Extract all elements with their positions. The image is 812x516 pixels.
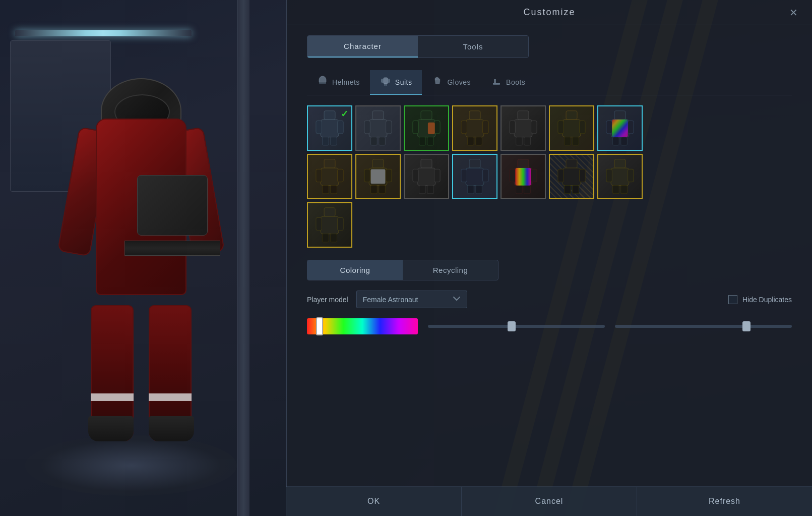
- svg-rect-2: [387, 79, 390, 83]
- tab-suits[interactable]: Suits: [370, 70, 422, 95]
- item-cell-11[interactable]: [452, 154, 497, 199]
- svg-rect-37: [566, 111, 577, 120]
- svg-rect-98: [323, 234, 329, 242]
- item-cell-10[interactable]: [404, 154, 449, 199]
- tab-tools[interactable]: Tools: [418, 36, 528, 58]
- character-figure: [66, 78, 217, 441]
- svg-rect-92: [613, 186, 619, 194]
- panel-header: Customize ✕: [287, 0, 812, 25]
- cancel-button[interactable]: Cancel: [462, 487, 637, 516]
- svg-rect-64: [417, 168, 435, 186]
- saturation-slider[interactable]: [428, 325, 605, 328]
- svg-rect-9: [338, 121, 344, 133]
- tab-helmets[interactable]: Helmets: [307, 70, 370, 95]
- brightness-slider-thumb[interactable]: [742, 321, 751, 331]
- hide-duplicates-label: Hide Duplicates: [742, 296, 792, 304]
- svg-rect-40: [580, 121, 586, 133]
- svg-rect-84: [558, 169, 564, 182]
- svg-rect-74: [476, 186, 482, 194]
- item-cell-7[interactable]: [597, 105, 643, 151]
- item-cell-2[interactable]: [355, 105, 401, 151]
- suit-body: [96, 119, 186, 295]
- svg-rect-32: [514, 120, 532, 137]
- saturation-slider-thumb[interactable]: [508, 321, 516, 331]
- panel-content: Character Tools Helmets: [287, 25, 812, 360]
- svg-rect-93: [621, 186, 628, 194]
- item-cell-6[interactable]: [549, 105, 594, 151]
- refresh-button[interactable]: Refresh: [637, 487, 812, 516]
- player-model-select[interactable]: Female Astronaut: [356, 291, 467, 308]
- svg-rect-35: [516, 137, 523, 145]
- brightness-slider[interactable]: [615, 325, 792, 328]
- item-cell-4[interactable]: [452, 105, 497, 151]
- hide-duplicates-row: Hide Duplicates: [728, 295, 792, 304]
- svg-rect-20: [413, 121, 419, 133]
- item-cell-1[interactable]: ✓: [307, 105, 352, 151]
- svg-rect-27: [461, 121, 467, 133]
- svg-rect-72: [483, 169, 489, 182]
- item-grid: ✓: [307, 105, 792, 248]
- svg-rect-8: [316, 121, 322, 133]
- svg-rect-58: [364, 169, 370, 182]
- tab-recycling[interactable]: Recycling: [403, 260, 498, 280]
- svg-rect-82: [566, 159, 577, 168]
- helmets-label: Helmets: [332, 78, 360, 86]
- svg-rect-41: [565, 137, 571, 145]
- svg-rect-7: [321, 120, 339, 137]
- tab-coloring[interactable]: Coloring: [307, 260, 403, 280]
- suit-stripe-right: [149, 393, 192, 401]
- svg-rect-28: [483, 121, 489, 133]
- svg-rect-17: [379, 137, 386, 145]
- item-cell-12[interactable]: [501, 154, 546, 199]
- tab-boots[interactable]: Boots: [481, 70, 535, 95]
- svg-rect-42: [573, 137, 579, 145]
- item-cell-5[interactable]: [501, 105, 546, 151]
- svg-rect-71: [461, 169, 467, 182]
- svg-rect-95: [321, 216, 339, 234]
- item-cell-14[interactable]: [597, 154, 643, 199]
- tab-character[interactable]: Character: [307, 36, 418, 58]
- svg-rect-12: [372, 111, 384, 120]
- svg-rect-96: [316, 217, 322, 230]
- svg-rect-60: [371, 186, 378, 194]
- suits-icon: [380, 75, 391, 89]
- svg-rect-18: [421, 111, 432, 120]
- svg-rect-29: [468, 137, 474, 145]
- svg-rect-46: [628, 121, 634, 133]
- svg-rect-65: [413, 169, 419, 182]
- svg-rect-53: [338, 169, 344, 182]
- svg-rect-4: [386, 84, 387, 86]
- svg-rect-91: [628, 169, 634, 182]
- suits-label: Suits: [395, 78, 412, 86]
- hue-slider-thumb[interactable]: [316, 317, 323, 335]
- svg-rect-99: [331, 234, 337, 242]
- svg-rect-15: [386, 121, 392, 133]
- tab-gloves[interactable]: Gloves: [422, 70, 481, 95]
- svg-rect-55: [331, 186, 337, 194]
- svg-rect-70: [466, 168, 484, 186]
- item-cell-13[interactable]: [549, 154, 594, 199]
- hue-slider[interactable]: [307, 318, 418, 334]
- close-button[interactable]: ✕: [785, 5, 802, 21]
- item-cell-9[interactable]: [355, 154, 401, 199]
- svg-rect-63: [421, 159, 432, 168]
- hide-duplicates-checkbox[interactable]: [728, 295, 737, 304]
- svg-rect-52: [316, 169, 322, 182]
- item-cell-3[interactable]: [404, 105, 449, 151]
- svg-rect-49: [612, 120, 628, 137]
- svg-rect-38: [563, 120, 581, 137]
- svg-rect-79: [516, 186, 523, 194]
- suit-boot-right: [149, 416, 194, 441]
- svg-rect-1: [381, 79, 384, 83]
- gloves-icon: [432, 75, 443, 89]
- svg-rect-67: [419, 186, 426, 194]
- svg-rect-26: [466, 120, 484, 137]
- boots-label: Boots: [506, 78, 525, 86]
- item-cell-15[interactable]: [307, 202, 352, 248]
- panel-title: Customize: [523, 7, 575, 18]
- svg-rect-24: [428, 123, 435, 134]
- svg-rect-5: [493, 83, 500, 85]
- item-cell-8[interactable]: [307, 154, 352, 199]
- svg-rect-30: [476, 137, 482, 145]
- ok-button[interactable]: OK: [286, 487, 462, 516]
